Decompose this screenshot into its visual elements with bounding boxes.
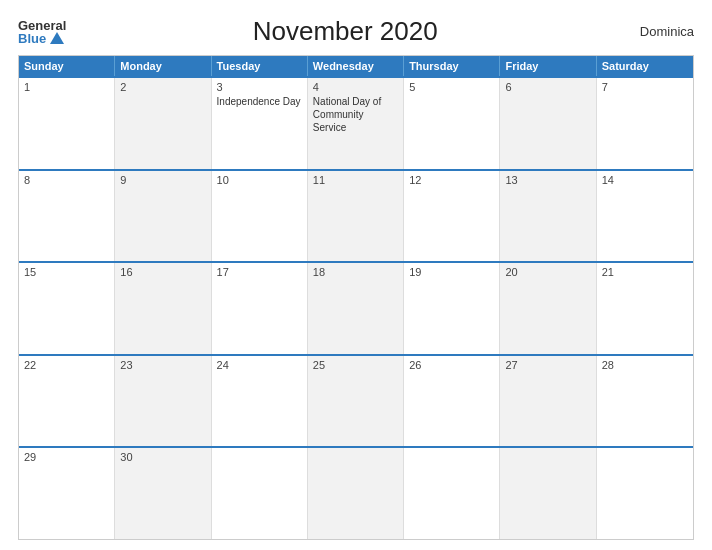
logo-general-text: General (18, 19, 66, 32)
week-row-5: 2930 (19, 446, 693, 539)
table-row: 12 (404, 171, 500, 262)
table-row: 17 (212, 263, 308, 354)
logo-blue-text: Blue (18, 32, 64, 45)
table-row: 9 (115, 171, 211, 262)
day-number: 15 (24, 266, 109, 278)
table-row: 16 (115, 263, 211, 354)
table-row: 4National Day of Community Service (308, 78, 404, 169)
table-row: 11 (308, 171, 404, 262)
day-number: 1 (24, 81, 109, 93)
day-number: 19 (409, 266, 494, 278)
calendar: Sunday Monday Tuesday Wednesday Thursday… (18, 55, 694, 540)
table-row: 20 (500, 263, 596, 354)
day-number: 10 (217, 174, 302, 186)
table-row: 15 (19, 263, 115, 354)
calendar-header-row: Sunday Monday Tuesday Wednesday Thursday… (19, 56, 693, 76)
table-row: 24 (212, 356, 308, 447)
table-row: 10 (212, 171, 308, 262)
week-row-3: 15161718192021 (19, 261, 693, 354)
day-number: 3 (217, 81, 302, 93)
day-number: 2 (120, 81, 205, 93)
day-number: 14 (602, 174, 688, 186)
col-friday: Friday (500, 56, 596, 76)
table-row: 7 (597, 78, 693, 169)
logo-triangle-icon (50, 32, 64, 44)
table-row: 28 (597, 356, 693, 447)
col-tuesday: Tuesday (212, 56, 308, 76)
day-number: 27 (505, 359, 590, 371)
day-number: 20 (505, 266, 590, 278)
col-wednesday: Wednesday (308, 56, 404, 76)
country-label: Dominica (624, 24, 694, 39)
table-row: 21 (597, 263, 693, 354)
table-row (500, 448, 596, 539)
day-number: 13 (505, 174, 590, 186)
table-row: 13 (500, 171, 596, 262)
table-row: 27 (500, 356, 596, 447)
day-number: 11 (313, 174, 398, 186)
day-number: 17 (217, 266, 302, 278)
calendar-body: 123Independence Day4National Day of Comm… (19, 76, 693, 539)
table-row: 1 (19, 78, 115, 169)
day-number: 18 (313, 266, 398, 278)
table-row (308, 448, 404, 539)
col-saturday: Saturday (597, 56, 693, 76)
day-number: 8 (24, 174, 109, 186)
page: General Blue November 2020 Dominica Sund… (0, 0, 712, 550)
event-label: Independence Day (217, 96, 301, 107)
table-row: 2 (115, 78, 211, 169)
table-row: 3Independence Day (212, 78, 308, 169)
table-row: 29 (19, 448, 115, 539)
table-row (597, 448, 693, 539)
day-number: 23 (120, 359, 205, 371)
table-row: 8 (19, 171, 115, 262)
table-row (404, 448, 500, 539)
day-number: 12 (409, 174, 494, 186)
table-row: 23 (115, 356, 211, 447)
table-row: 30 (115, 448, 211, 539)
table-row: 19 (404, 263, 500, 354)
logo: General Blue (18, 19, 66, 45)
day-number: 9 (120, 174, 205, 186)
day-number: 30 (120, 451, 205, 463)
col-monday: Monday (115, 56, 211, 76)
week-row-4: 22232425262728 (19, 354, 693, 447)
table-row: 26 (404, 356, 500, 447)
table-row: 25 (308, 356, 404, 447)
day-number: 5 (409, 81, 494, 93)
day-number: 28 (602, 359, 688, 371)
col-sunday: Sunday (19, 56, 115, 76)
table-row: 6 (500, 78, 596, 169)
day-number: 6 (505, 81, 590, 93)
table-row: 18 (308, 263, 404, 354)
col-thursday: Thursday (404, 56, 500, 76)
table-row: 14 (597, 171, 693, 262)
header: General Blue November 2020 Dominica (18, 16, 694, 47)
day-number: 21 (602, 266, 688, 278)
day-number: 25 (313, 359, 398, 371)
day-number: 16 (120, 266, 205, 278)
day-number: 29 (24, 451, 109, 463)
table-row (212, 448, 308, 539)
calendar-title: November 2020 (66, 16, 624, 47)
event-label: National Day of Community Service (313, 96, 381, 133)
week-row-1: 123Independence Day4National Day of Comm… (19, 76, 693, 169)
day-number: 24 (217, 359, 302, 371)
table-row: 5 (404, 78, 500, 169)
day-number: 26 (409, 359, 494, 371)
day-number: 4 (313, 81, 398, 93)
day-number: 7 (602, 81, 688, 93)
day-number: 22 (24, 359, 109, 371)
table-row: 22 (19, 356, 115, 447)
week-row-2: 891011121314 (19, 169, 693, 262)
